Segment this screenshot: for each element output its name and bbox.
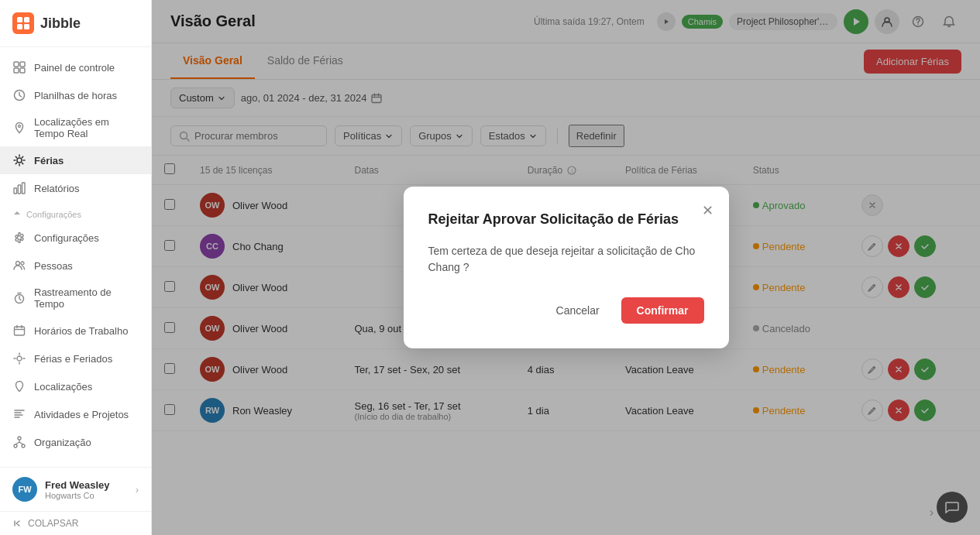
sidebar-item-rastreamento-label: Rastreamento de Tempo: [34, 286, 139, 310]
sidebar-item-ferias-feriados-label: Férias e Feriados: [34, 353, 112, 365]
sidebar-item-organizacao-label: Organização: [34, 437, 91, 448]
logo: Jibble: [0, 0, 151, 47]
svg-point-16: [21, 262, 24, 265]
svg-rect-4: [14, 62, 19, 67]
svg-point-14: [18, 236, 22, 240]
sidebar-item-relatorios-label: Relatórios: [34, 183, 80, 194]
modal-close-button[interactable]: ✕: [702, 202, 714, 219]
svg-point-21: [14, 444, 17, 448]
svg-rect-6: [14, 68, 19, 73]
config-section: Configurações Configurações Pessoas Rast…: [0, 205, 151, 456]
sidebar-item-relatorios[interactable]: Relatórios: [0, 174, 151, 202]
svg-point-10: [17, 158, 22, 163]
sidebar-item-configuracoes-label: Configurações: [34, 232, 99, 244]
sidebar-item-planilhas[interactable]: Planilhas de horas: [0, 81, 151, 109]
grid-icon: [12, 60, 26, 74]
cancel-button[interactable]: Cancelar: [544, 297, 612, 324]
collapse-label: COLAPSAR: [28, 518, 78, 529]
sidebar-item-localizacoes[interactable]: Localizações: [0, 372, 151, 400]
user-info: Fred Weasley Hogwarts Co: [45, 479, 128, 500]
people-icon: [12, 259, 26, 273]
svg-rect-1: [24, 17, 29, 22]
sidebar-item-painel-label: Painel de controle: [34, 62, 115, 74]
svg-rect-2: [17, 24, 22, 29]
modal: Rejeitar Aprovar Solicitação de Férias ✕…: [404, 187, 729, 348]
time-tracking-icon: [12, 291, 26, 305]
sidebar-item-ferias-label: Férias: [34, 155, 64, 166]
svg-rect-11: [14, 188, 17, 194]
user-company: Hogwarts Co: [45, 491, 128, 500]
user-profile[interactable]: FW Fred Weasley Hogwarts Co ›: [0, 467, 151, 511]
sidebar: Jibble Painel de controle Planilhas de h…: [0, 0, 152, 535]
logo-icon: [12, 12, 34, 34]
sidebar-item-configuracoes[interactable]: Configurações: [0, 224, 151, 252]
svg-rect-13: [22, 183, 26, 194]
confirm-button[interactable]: Confirmar: [621, 297, 704, 324]
modal-title: Rejeitar Aprovar Solicitação de Férias: [428, 211, 704, 228]
chevron-right-icon: ›: [136, 484, 139, 496]
sidebar-item-atividades-label: Atividades e Projetos: [34, 409, 129, 420]
location-icon: [12, 379, 26, 393]
sidebar-item-pessoas[interactable]: Pessoas: [0, 252, 151, 280]
svg-point-19: [17, 356, 22, 361]
svg-rect-5: [20, 62, 25, 67]
svg-point-9: [19, 125, 21, 128]
sidebar-item-localizacoes-tempo-label: Localizações em Tempo Real: [34, 116, 139, 139]
modal-actions: Cancelar Confirmar: [428, 297, 704, 324]
sidebar-item-organizacao[interactable]: Organização: [0, 428, 151, 456]
settings-icon: [12, 231, 26, 245]
svg-point-20: [18, 437, 21, 440]
config-section-title: Configurações: [0, 205, 151, 224]
bar-chart-icon: [12, 181, 26, 195]
sidebar-item-pessoas-label: Pessoas: [34, 260, 73, 272]
sidebar-item-ferias[interactable]: Férias: [0, 146, 151, 174]
logo-text: Jibble: [40, 15, 81, 32]
modal-body: Tem certeza de que deseja rejeitar a sol…: [428, 243, 704, 276]
projects-icon: [12, 407, 26, 421]
sidebar-item-horarios[interactable]: Horários de Trabalho: [0, 317, 151, 345]
modal-overlay[interactable]: Rejeitar Aprovar Solicitação de Férias ✕…: [152, 0, 980, 535]
main-content: Visão Geral Última saída 19:27, Ontem Ch…: [152, 0, 980, 535]
user-avatar: FW: [12, 477, 37, 502]
svg-point-22: [22, 444, 25, 448]
schedule-icon: [12, 324, 26, 338]
svg-rect-3: [24, 24, 29, 29]
sidebar-item-atividades[interactable]: Atividades e Projetos: [0, 400, 151, 428]
sidebar-item-localizacoes-tempo[interactable]: Localizações em Tempo Real: [0, 109, 151, 146]
sidebar-nav: Painel de controle Planilhas de horas Lo…: [0, 47, 151, 467]
svg-rect-18: [15, 327, 25, 335]
sidebar-item-planilhas-label: Planilhas de horas: [34, 90, 117, 101]
collapse-button[interactable]: COLAPSAR: [0, 511, 151, 535]
clock-icon: [12, 88, 26, 102]
svg-rect-7: [20, 68, 25, 73]
user-name: Fred Weasley: [45, 479, 128, 491]
svg-rect-12: [18, 185, 21, 194]
map-pin-icon: [12, 121, 26, 135]
sidebar-item-ferias-feriados[interactable]: Férias e Feriados: [0, 345, 151, 372]
org-icon: [12, 435, 26, 449]
sidebar-item-horarios-label: Horários de Trabalho: [34, 325, 128, 337]
sun-icon: [12, 153, 26, 167]
svg-point-15: [16, 262, 20, 266]
svg-rect-0: [17, 17, 22, 22]
sidebar-item-painel[interactable]: Painel de controle: [0, 53, 151, 81]
sidebar-item-rastreamento[interactable]: Rastreamento de Tempo: [0, 280, 151, 317]
sidebar-item-localizacoes-label: Localizações: [34, 381, 92, 393]
vacation-icon: [12, 352, 26, 365]
